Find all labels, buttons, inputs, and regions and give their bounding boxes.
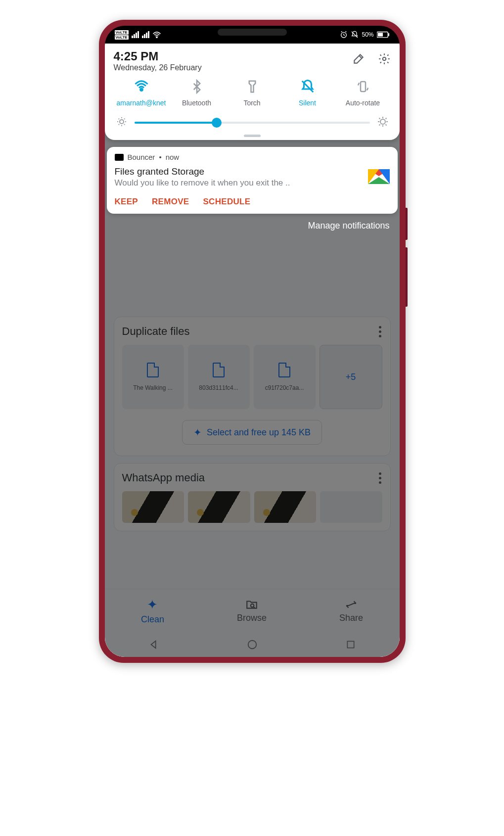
toggle-autorotate[interactable]: Auto-rotate (335, 79, 391, 107)
slider-thumb[interactable] (212, 118, 222, 128)
wifi-icon (134, 79, 149, 94)
svg-rect-3 (377, 33, 382, 36)
battery-icon (377, 31, 390, 38)
gear-icon[interactable] (378, 52, 391, 65)
toggle-wifi[interactable]: amarnath@knet (114, 79, 169, 107)
toggle-torch[interactable]: Torch (225, 79, 280, 107)
files-app-icon (368, 169, 390, 189)
quick-settings-panel: 4:25 PM Wednesday, 26 February amarnath@… (105, 44, 400, 140)
battery-percent: 50% (362, 31, 373, 38)
svg-rect-10 (361, 82, 366, 92)
toggle-bluetooth[interactable]: Bluetooth (169, 79, 225, 107)
notification-app-name: Bouncer (128, 153, 155, 161)
svg-rect-4 (388, 33, 389, 36)
signal-icon-2 (142, 31, 149, 38)
signal-icon (132, 31, 139, 38)
bluetooth-icon (189, 79, 204, 94)
toggle-silent[interactable]: Silent (280, 79, 335, 107)
bell-off-icon (300, 79, 315, 94)
wifi-status-icon (152, 31, 161, 38)
phone-notch (218, 29, 287, 36)
svg-point-0 (156, 37, 157, 38)
brightness-low-icon (116, 116, 128, 130)
action-remove[interactable]: REMOVE (152, 197, 189, 207)
notification-desc: Would you like to remove it when you exi… (115, 178, 362, 188)
mute-icon (351, 31, 359, 39)
notification-card[interactable]: Bouncer • now Files granted Storage Woul… (107, 147, 398, 214)
svg-point-8 (382, 57, 386, 61)
brightness-slider[interactable] (116, 116, 389, 130)
action-schedule[interactable]: SCHEDULE (203, 197, 250, 207)
notification-app-icon (115, 154, 124, 161)
action-keep[interactable]: KEEP (115, 197, 138, 207)
volte-indicator-1: VoLTE (115, 30, 129, 35)
notification-title: Files granted Storage (115, 166, 362, 177)
qs-time: 4:25 PM (114, 49, 202, 63)
qs-date: Wednesday, 26 February (114, 63, 202, 72)
volte-indicator-2: VoLTE (115, 35, 129, 40)
rotate-icon (356, 79, 370, 94)
manage-notifications-link[interactable]: Manage notifications (105, 214, 400, 234)
svg-point-9 (140, 89, 142, 91)
flashlight-icon (245, 79, 260, 94)
edit-icon[interactable] (352, 52, 365, 65)
notification-time: now (166, 153, 180, 161)
svg-point-11 (120, 120, 124, 124)
brightness-high-icon (377, 116, 389, 130)
panel-drag-handle[interactable] (244, 135, 261, 137)
svg-point-12 (380, 119, 385, 124)
alarm-icon (340, 31, 348, 39)
slider-track[interactable] (135, 122, 370, 124)
